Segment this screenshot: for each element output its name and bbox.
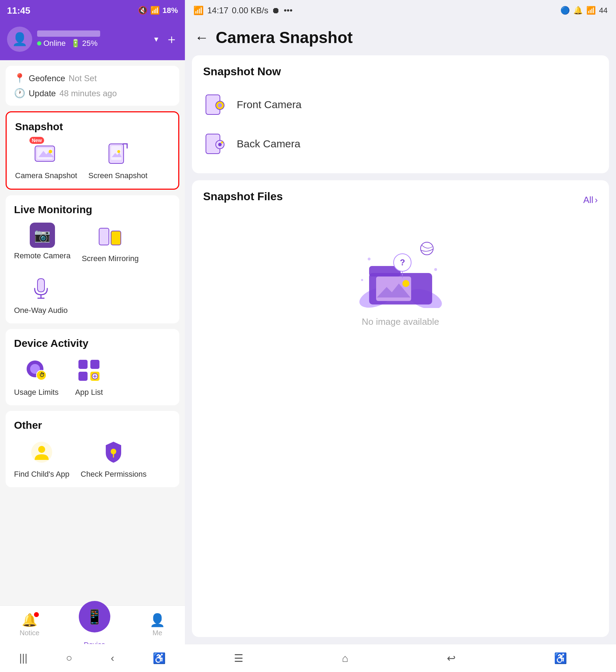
sys-assist-btn[interactable]: ♿ <box>153 652 166 664</box>
check-permissions-label: Check Permissions <box>81 470 146 479</box>
screen-mirroring-icon <box>98 224 123 249</box>
empty-illustration: ? <box>348 231 453 308</box>
user-info: 👤 Online 🔋 25% <box>7 27 100 52</box>
camera-snapshot-label: Camera Snapshot <box>15 171 77 180</box>
svg-rect-15 <box>90 360 99 369</box>
device-activity-title: Device Activity <box>14 337 171 349</box>
left-status-icons: 🔇 📶 18% <box>138 6 178 15</box>
right-assist-btn[interactable]: ♿ <box>554 652 567 664</box>
add-button[interactable]: ＋ <box>165 31 178 48</box>
find-child-app-icon-wrap <box>28 438 56 466</box>
device-activity-items: ⏱ Usage Limits App List <box>14 356 171 397</box>
app-list-icon <box>76 358 102 383</box>
usage-limits-icon: ⏱ <box>24 358 49 383</box>
back-camera-icon <box>203 131 228 156</box>
screen-snapshot-label: Screen Snapshot <box>88 171 147 180</box>
right-content: Snapshot Now Front Camera <box>185 55 616 644</box>
notice-icon-wrap: 🔔 <box>22 613 37 628</box>
remote-camera-item[interactable]: 📷 Remote Camera <box>14 223 70 263</box>
geofence-icon: 📍 <box>14 73 25 84</box>
svg-point-41 <box>361 279 363 281</box>
one-way-audio-icon <box>28 276 54 301</box>
screen-mirroring-icon-wrap <box>96 223 124 251</box>
one-way-audio-item[interactable]: One-Way Audio <box>14 274 68 315</box>
snapshot-title: Snapshot <box>15 121 170 133</box>
svg-rect-4 <box>111 146 122 160</box>
right-extra-icon: ⏺ <box>272 6 280 15</box>
usage-limits-item[interactable]: ⏱ Usage Limits <box>14 356 58 397</box>
svg-point-5 <box>117 150 120 153</box>
sys-menu-btn[interactable]: ||| <box>19 652 27 664</box>
device-nav-icon: 📱 <box>86 609 103 625</box>
right-home-btn[interactable]: ⌂ <box>342 652 348 664</box>
svg-text:⏱: ⏱ <box>39 372 45 378</box>
info-card: 📍 Geofence Not Set 🕐 Update 48 minutes a… <box>6 66 179 106</box>
notification-dot <box>34 612 39 617</box>
snapshot-section: Snapshot New Camera Snapshot <box>6 111 179 190</box>
sys-home-btn[interactable]: ○ <box>66 652 72 664</box>
left-bottom-nav: 🔔 Notice 📱 Device 👤 Me <box>0 606 185 644</box>
camera-snapshot-item[interactable]: New Camera Snapshot <box>15 140 77 180</box>
svg-point-2 <box>49 150 52 153</box>
svg-point-25 <box>218 103 222 107</box>
app-list-item[interactable]: App List <box>70 356 108 397</box>
screen-mirroring-label: Screen Mirroring <box>82 254 139 263</box>
screen-snapshot-icon <box>105 141 131 166</box>
back-button[interactable]: ← <box>195 30 209 46</box>
right-title: Camera Snapshot <box>216 28 353 47</box>
screen-snapshot-item[interactable]: Screen Snapshot <box>88 140 147 180</box>
snapshot-now-title: Snapshot Now <box>203 65 598 78</box>
left-header: 👤 Online 🔋 25% ▼ ＋ <box>0 21 185 60</box>
dropdown-arrow-icon[interactable]: ▼ <box>153 35 160 43</box>
notice-nav-item[interactable]: 🔔 Notice <box>20 613 40 637</box>
device-nav-button[interactable]: 📱 <box>79 601 110 632</box>
device-nav-item[interactable]: 📱 Device <box>79 601 110 649</box>
one-way-audio-icon-wrap <box>27 274 55 302</box>
svg-point-28 <box>218 143 222 146</box>
right-speed: 0.00 KB/s <box>232 6 268 15</box>
check-permissions-icon-wrap <box>99 438 127 466</box>
right-bt-icon: 🔵 <box>560 6 570 15</box>
remote-camera-label: Remote Camera <box>14 251 70 260</box>
user-details: Online 🔋 25% <box>37 30 100 48</box>
usage-limits-icon-wrap: ⏱ <box>22 356 50 384</box>
usage-limits-label: Usage Limits <box>14 388 58 397</box>
snapshot-files-header: Snapshot Files All › <box>203 190 598 210</box>
other-items: Find Child's App Check Permissions <box>14 438 171 479</box>
me-nav-item[interactable]: 👤 Me <box>150 613 165 637</box>
mute-icon: 🔇 <box>138 6 147 15</box>
front-camera-icon <box>203 92 228 117</box>
screen-snapshot-icon-wrap <box>104 140 132 168</box>
snapshot-items: New Camera Snapshot <box>15 140 170 180</box>
snapshot-files-title: Snapshot Files <box>203 190 283 203</box>
right-battery: 44 <box>599 6 608 15</box>
sys-back-btn[interactable]: ‹ <box>111 652 114 664</box>
right-header: ← Camera Snapshot <box>185 21 616 55</box>
right-status-bar: 📶 14:17 0.00 KB/s ⏺ ••• 🔵 🔔 📶 44 <box>185 0 616 21</box>
screen-mirroring-item[interactable]: Screen Mirroring <box>82 223 139 263</box>
new-badge: New <box>29 137 44 144</box>
find-child-app-icon <box>29 440 54 465</box>
left-panel: 11:45 🔇 📶 18% 👤 Online 🔋 <box>0 0 185 672</box>
battery-info: 🔋 25% <box>71 39 98 48</box>
back-camera-option[interactable]: Back Camera <box>203 124 598 163</box>
right-back-btn[interactable]: ↩ <box>447 652 456 664</box>
find-child-app-label: Find Child's App <box>14 470 69 479</box>
other-section: Other Find Child's App <box>6 411 179 487</box>
snapshot-files-all-link[interactable]: All › <box>583 195 598 205</box>
live-monitoring-section: Live Monitoring 📷 Remote Camera Screen M… <box>6 195 179 323</box>
app-list-label: App List <box>75 388 103 397</box>
check-permissions-item[interactable]: Check Permissions <box>81 438 146 479</box>
find-child-app-item[interactable]: Find Child's App <box>14 438 69 479</box>
right-menu-btn[interactable]: ☰ <box>234 652 243 664</box>
svg-rect-6 <box>99 228 109 245</box>
app-list-icon-wrap <box>75 356 103 384</box>
avatar-icon: 👤 <box>12 32 28 47</box>
right-panel: 📶 14:17 0.00 KB/s ⏺ ••• 🔵 🔔 📶 44 ← Camer… <box>185 0 616 672</box>
snapshot-now-card: Snapshot Now Front Camera <box>192 55 609 173</box>
front-camera-option[interactable]: Front Camera <box>203 85 598 124</box>
left-status-bar: 11:45 🔇 📶 18% <box>0 0 185 21</box>
other-title: Other <box>14 419 171 431</box>
user-name-bar <box>37 30 100 37</box>
check-permissions-icon <box>101 440 126 465</box>
